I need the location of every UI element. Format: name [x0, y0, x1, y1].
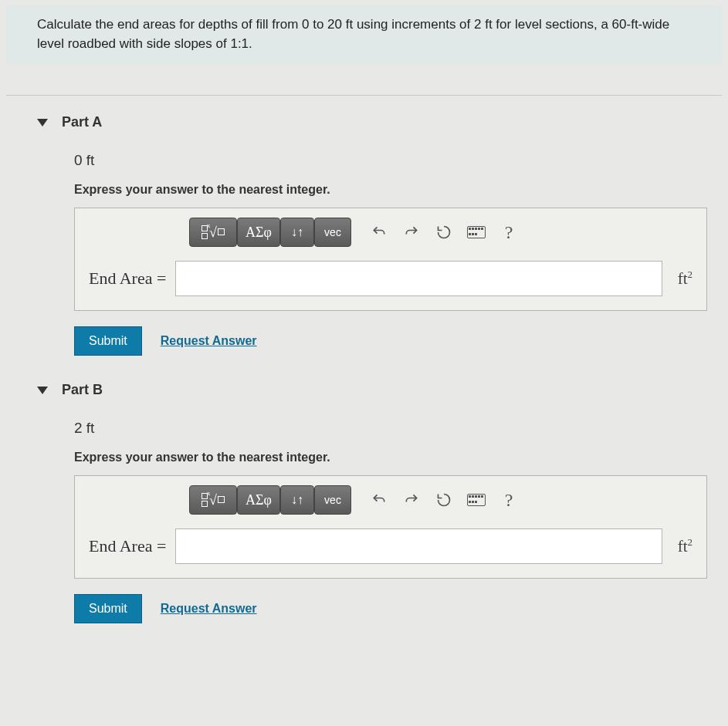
part-b-header[interactable]: Part B [37, 382, 691, 398]
greek-button[interactable]: ΑΣφ [237, 485, 280, 515]
part-a-title: Part A [62, 114, 102, 130]
redo-button[interactable] [398, 218, 425, 246]
part-b: Part B 2 ft Express your answer to the n… [6, 363, 722, 631]
part-b-title: Part B [62, 382, 103, 398]
reset-button[interactable] [430, 218, 458, 246]
undo-icon [371, 492, 387, 508]
templates-button[interactable]: x√ [189, 218, 237, 247]
unit-label: ft2 [667, 268, 692, 289]
reset-icon [436, 492, 452, 508]
answer-box-b: x√ ΑΣφ ↓↑ vec [74, 475, 707, 579]
subsup-button[interactable]: ↓↑ [280, 485, 314, 515]
keyboard-icon [467, 494, 486, 506]
toolbar-b: x√ ΑΣφ ↓↑ vec [89, 485, 692, 515]
part-a-depth: 0 ft [74, 152, 691, 169]
submit-button-b[interactable]: Submit [74, 594, 142, 623]
keyboard-button[interactable] [462, 486, 490, 514]
end-area-label: End Area = [89, 268, 171, 289]
reset-button[interactable] [430, 486, 458, 514]
end-area-label: End Area = [89, 536, 171, 556]
request-answer-link-b[interactable]: Request Answer [161, 602, 257, 616]
caret-down-icon [37, 387, 48, 394]
undo-button[interactable] [365, 218, 393, 246]
reset-icon [436, 225, 452, 240]
unit-label: ft2 [667, 536, 692, 556]
toolbar-a: x√ ΑΣφ ↓↑ vec [89, 218, 692, 247]
redo-icon [404, 225, 419, 240]
undo-button[interactable] [365, 486, 393, 514]
submit-button-a[interactable]: Submit [74, 326, 142, 356]
help-button[interactable]: ? [495, 218, 523, 246]
vec-button[interactable]: vec [314, 485, 351, 515]
vec-button[interactable]: vec [314, 218, 351, 247]
caret-down-icon [37, 119, 48, 127]
redo-button[interactable] [398, 486, 425, 514]
keyboard-icon [467, 226, 486, 238]
undo-icon [371, 225, 387, 240]
answer-input-a[interactable] [175, 261, 662, 296]
part-b-instruction: Express your answer to the nearest integ… [74, 451, 691, 464]
greek-button[interactable]: ΑΣφ [237, 218, 280, 247]
question-prompt: Calculate the end areas for depths of fi… [6, 5, 722, 64]
templates-button[interactable]: x√ [189, 485, 237, 515]
part-a-header[interactable]: Part A [37, 114, 691, 130]
keyboard-button[interactable] [462, 218, 490, 246]
part-a-instruction: Express your answer to the nearest integ… [74, 183, 691, 197]
help-button[interactable]: ? [495, 486, 523, 514]
redo-icon [404, 492, 419, 508]
request-answer-link-a[interactable]: Request Answer [161, 334, 257, 348]
subsup-button[interactable]: ↓↑ [280, 218, 314, 247]
answer-input-b[interactable] [175, 528, 662, 564]
part-b-depth: 2 ft [74, 420, 691, 437]
answer-box-a: x√ ΑΣφ ↓↑ vec [74, 208, 707, 311]
part-a: Part A 0 ft Express your answer to the n… [6, 96, 722, 363]
